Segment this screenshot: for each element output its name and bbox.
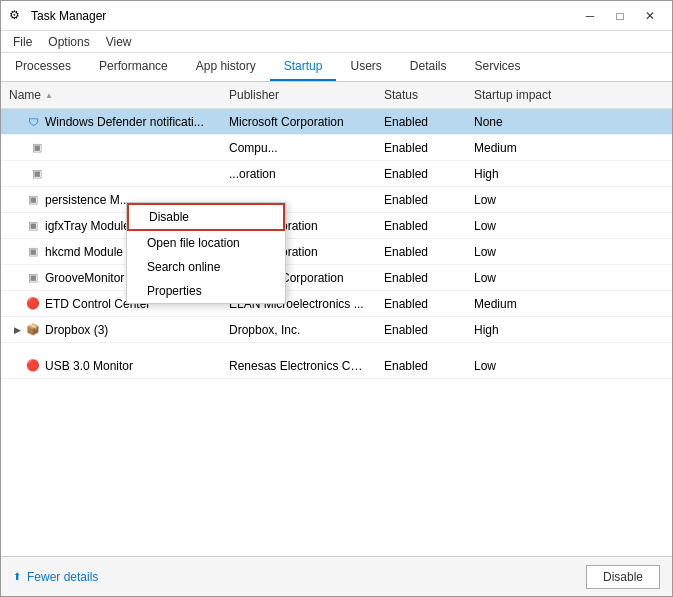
cell-status: Enabled	[376, 193, 466, 207]
col-header-name[interactable]: Name ▲	[1, 86, 221, 104]
cell-publisher: Dropbox, Inc.	[221, 323, 376, 337]
cell-impact: Low	[466, 219, 672, 233]
cell-publisher: ...oration	[221, 167, 376, 181]
minimize-icon: ─	[586, 9, 595, 23]
cell-impact: Low	[466, 271, 672, 285]
cell-status: Enabled	[376, 219, 466, 233]
app-icon: ▣	[29, 140, 45, 156]
app-icon: ▣	[25, 244, 41, 260]
table-row	[1, 343, 672, 353]
maximize-icon: □	[616, 9, 623, 23]
cell-status: Enabled	[376, 245, 466, 259]
cell-status: Enabled	[376, 323, 466, 337]
ctx-disable[interactable]: Disable	[127, 203, 285, 231]
tab-details[interactable]: Details	[396, 53, 461, 81]
app-icon: ⚙	[9, 8, 25, 24]
expand-arrow-icon: ▶	[9, 325, 25, 335]
cell-name: 🔴 USB 3.0 Monitor	[1, 358, 221, 374]
col-header-impact[interactable]: Startup impact	[466, 86, 672, 104]
window-title: Task Manager	[31, 9, 576, 23]
tab-startup[interactable]: Startup	[270, 53, 337, 81]
tab-users[interactable]: Users	[336, 53, 395, 81]
table-row[interactable]: ▣ igfxTray Module Intel Corporation Enab…	[1, 213, 672, 239]
app-icon: ▣	[25, 218, 41, 234]
window-controls: ─ □ ✕	[576, 6, 664, 26]
cell-name: 🛡 Windows Defender notificati...	[1, 114, 221, 130]
cell-impact: Low	[466, 359, 672, 373]
sort-arrow-name: ▲	[45, 91, 53, 100]
menu-options[interactable]: Options	[40, 33, 97, 51]
cell-status: Enabled	[376, 359, 466, 373]
cell-impact: None	[466, 115, 672, 129]
col-header-publisher[interactable]: Publisher	[221, 86, 376, 104]
tab-bar: Processes Performance App history Startu…	[1, 53, 672, 82]
cell-name: ▶ 📦 Dropbox (3)	[1, 322, 221, 338]
cell-impact: Medium	[466, 141, 672, 155]
task-manager-window: ⚙ Task Manager ─ □ ✕ File Options View P…	[0, 0, 673, 597]
cell-publisher: Microsoft Corporation	[221, 115, 376, 129]
minimize-button[interactable]: ─	[576, 6, 604, 26]
cell-impact: Low	[466, 245, 672, 259]
tab-app-history[interactable]: App history	[182, 53, 270, 81]
tab-processes[interactable]: Processes	[1, 53, 85, 81]
table-row[interactable]: ▣ persistence M... Enabled Low	[1, 187, 672, 213]
cell-impact: High	[466, 323, 672, 337]
title-bar: ⚙ Task Manager ─ □ ✕	[1, 1, 672, 31]
app-icon: ▣	[25, 192, 41, 208]
app-icon: ▣	[25, 270, 41, 286]
app-icon: 🔴	[25, 296, 41, 312]
cell-name: ▣	[1, 140, 221, 156]
table-row[interactable]: ▣ hkcmd Module Intel Corporation Enabled…	[1, 239, 672, 265]
dropbox-icon: 📦	[25, 322, 41, 338]
fewer-details-label: Fewer details	[27, 570, 98, 584]
table-row[interactable]: 🛡 Windows Defender notificati... Microso…	[1, 109, 672, 135]
table-row[interactable]: ▣ Compu... Enabled Medium	[1, 135, 672, 161]
close-icon: ✕	[645, 9, 655, 23]
table-row[interactable]: ▣ ...oration Enabled High	[1, 161, 672, 187]
table-row[interactable]: ▣ GrooveMonitor Utility Microsoft Corpor…	[1, 265, 672, 291]
table-header: Name ▲ Publisher Status Startup impact	[1, 82, 672, 109]
close-button[interactable]: ✕	[636, 6, 664, 26]
ctx-search-online[interactable]: Search online	[127, 255, 285, 279]
menu-file[interactable]: File	[5, 33, 40, 51]
ctx-open-file-location[interactable]: Open file location	[127, 231, 285, 255]
menu-bar: File Options View	[1, 31, 672, 53]
cell-status: Enabled	[376, 271, 466, 285]
table-row[interactable]: ▶ 📦 Dropbox (3) Dropbox, Inc. Enabled Hi…	[1, 317, 672, 343]
table-body: 🛡 Windows Defender notificati... Microso…	[1, 109, 672, 556]
menu-view[interactable]: View	[98, 33, 140, 51]
cell-status: Enabled	[376, 115, 466, 129]
cell-impact: High	[466, 167, 672, 181]
ctx-properties[interactable]: Properties	[127, 279, 285, 303]
context-menu: Disable Open file location Search online…	[126, 202, 286, 304]
cell-status: Enabled	[376, 141, 466, 155]
cell-status: Enabled	[376, 297, 466, 311]
tab-performance[interactable]: Performance	[85, 53, 182, 81]
table-row[interactable]: 🔴 USB 3.0 Monitor Renesas Electronics Co…	[1, 353, 672, 379]
fewer-details-arrow-icon: ⬆	[13, 571, 21, 582]
maximize-button[interactable]: □	[606, 6, 634, 26]
cell-publisher: Compu...	[221, 141, 376, 155]
disable-button[interactable]: Disable	[586, 565, 660, 589]
content-area: Name ▲ Publisher Status Startup impact 🛡…	[1, 82, 672, 556]
shield-icon: 🛡	[25, 114, 41, 130]
tab-services[interactable]: Services	[461, 53, 535, 81]
col-header-status[interactable]: Status	[376, 86, 466, 104]
cell-publisher: Renesas Electronics Cor...	[221, 359, 376, 373]
cell-status: Enabled	[376, 167, 466, 181]
app-icon: 🔴	[25, 358, 41, 374]
fewer-details-button[interactable]: ⬆ Fewer details	[13, 570, 98, 584]
bottom-bar: ⬆ Fewer details Disable	[1, 556, 672, 596]
app-icon: ▣	[29, 166, 45, 182]
cell-impact: Medium	[466, 297, 672, 311]
table-row[interactable]: 🔴 ETD Control Center ELAN Microelectroni…	[1, 291, 672, 317]
cell-impact: Low	[466, 193, 672, 207]
cell-name: ▣	[1, 166, 221, 182]
